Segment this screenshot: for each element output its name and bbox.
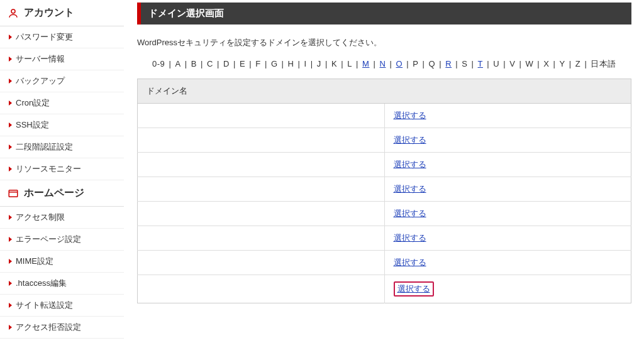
sidebar: アカウントパスワード変更サーバー情報バックアップCron設定SSH設定二段階認証… <box>0 0 125 343</box>
sidebar-item-label: パスワード変更 <box>16 31 73 43</box>
action-cell: 選択する <box>384 202 631 226</box>
alpha-index-item[interactable]: M <box>362 59 369 68</box>
sidebar-item-label: エラーページ設定 <box>16 234 81 245</box>
separator: | <box>483 59 493 68</box>
separator: | <box>352 59 362 68</box>
alpha-index-item: W <box>525 59 533 68</box>
sidebar-item[interactable]: パスワード変更 <box>0 26 124 48</box>
domain-table: ドメイン名 選択する選択する選択する選択する選択する選択する選択する選択する <box>137 79 631 303</box>
separator: | <box>181 59 191 68</box>
sidebar-item-label: サイト転送設定 <box>16 300 73 311</box>
sidebar-item[interactable]: サイト転送設定 <box>0 295 124 317</box>
separator: | <box>261 59 271 68</box>
sidebar-item-label: .htaccess編集 <box>16 278 67 289</box>
table-row: 選択する <box>138 104 631 128</box>
action-cell: 選択する <box>384 153 631 177</box>
select-link[interactable]: 選択する <box>394 258 426 267</box>
table-row: 選択する <box>138 226 631 251</box>
sidebar-item-label: リソースモニター <box>16 163 81 175</box>
separator: | <box>467 59 477 68</box>
homepage-icon <box>8 188 19 199</box>
sidebar-item[interactable]: SSH設定 <box>0 114 124 136</box>
highlight-box: 選択する <box>394 281 434 297</box>
sidebar-item-label: Cron設定 <box>16 97 50 109</box>
alpha-index-item: G <box>271 59 278 68</box>
separator: | <box>245 59 255 68</box>
separator: | <box>533 59 543 68</box>
select-link[interactable]: 選択する <box>394 209 426 218</box>
sidebar-item[interactable]: MIME設定 <box>0 251 124 273</box>
alpha-index-item: Q <box>429 59 436 68</box>
sidebar-section-account: アカウント <box>0 0 124 26</box>
alpha-index-item[interactable]: N <box>380 59 386 68</box>
sidebar-item[interactable]: サーバー情報 <box>0 48 124 70</box>
alpha-index-item: A <box>175 59 180 68</box>
sidebar-section-homepage: ホームページ <box>0 180 124 207</box>
sidebar-item[interactable]: バックアップ <box>0 70 124 92</box>
select-link[interactable]: 選択する <box>394 160 426 169</box>
chevron-right-icon <box>9 237 12 242</box>
alpha-index-item: D <box>223 59 230 68</box>
separator: | <box>515 59 525 68</box>
separator: | <box>580 59 591 68</box>
sidebar-item[interactable]: アクセス制限 <box>0 207 124 229</box>
sidebar-item[interactable]: 簡単インストール <box>0 339 124 343</box>
action-cell: 選択する <box>384 275 631 303</box>
sidebar-item[interactable]: リソースモニター <box>0 158 124 180</box>
chevron-right-icon <box>9 166 12 172</box>
table-row: 選択する <box>138 275 631 303</box>
action-cell: 選択する <box>384 251 631 275</box>
sidebar-item-label: バックアップ <box>16 75 65 87</box>
table-row: 選択する <box>138 177 631 202</box>
separator: | <box>278 59 288 68</box>
sidebar-item[interactable]: Cron設定 <box>0 92 124 114</box>
select-link[interactable]: 選択する <box>394 135 426 144</box>
alpha-index-item: V <box>509 59 515 68</box>
chevron-right-icon <box>9 281 12 286</box>
main-content: ドメイン選択画面 WordPressセキュリティを設定するドメインを選択してくだ… <box>125 0 644 343</box>
chevron-right-icon <box>9 57 12 62</box>
svg-point-0 <box>11 9 15 13</box>
separator: | <box>321 59 331 68</box>
chevron-right-icon <box>9 79 12 84</box>
separator: | <box>294 59 304 68</box>
domain-name-cell <box>138 128 385 153</box>
alpha-index-item[interactable]: O <box>396 59 403 68</box>
alpha-index-item: J <box>317 59 321 68</box>
separator: | <box>402 59 413 68</box>
page-title: ドメイン選択画面 <box>137 3 631 24</box>
separator: | <box>452 59 462 68</box>
separator: | <box>435 59 445 68</box>
chevron-right-icon <box>9 259 12 264</box>
sidebar-section-title: ホームページ <box>24 187 84 200</box>
alpha-index: 0-9 | A | B | C | D | E | F | G | H | I … <box>137 58 631 70</box>
alpha-index-item: E <box>240 59 245 68</box>
sidebar-item-label: 二段階認証設定 <box>16 141 73 153</box>
separator: | <box>418 59 428 68</box>
select-link[interactable]: 選択する <box>394 111 426 120</box>
domain-name-cell <box>138 202 385 226</box>
chevron-right-icon <box>9 35 12 40</box>
sidebar-item-label: MIME設定 <box>16 256 53 267</box>
select-link[interactable]: 選択する <box>394 184 426 193</box>
alpha-index-item: B <box>191 59 197 68</box>
sidebar-item[interactable]: アクセス拒否設定 <box>0 317 124 339</box>
separator: | <box>499 59 509 68</box>
sidebar-item-label: サーバー情報 <box>16 53 65 65</box>
alpha-index-item: C <box>207 59 213 68</box>
alpha-index-item[interactable]: T <box>478 59 483 68</box>
select-link[interactable]: 選択する <box>394 233 426 242</box>
separator: | <box>165 59 175 68</box>
sidebar-item[interactable]: 二段階認証設定 <box>0 136 124 158</box>
domain-name-cell <box>138 251 385 275</box>
separator: | <box>565 59 575 68</box>
table-row: 選択する <box>138 251 631 275</box>
separator: | <box>337 59 347 68</box>
action-cell: 選択する <box>384 177 631 202</box>
sidebar-item[interactable]: .htaccess編集 <box>0 273 124 295</box>
sidebar-item[interactable]: エラーページ設定 <box>0 229 124 251</box>
select-link[interactable]: 選択する <box>397 284 430 293</box>
separator: | <box>213 59 223 68</box>
table-row: 選択する <box>138 153 631 177</box>
alpha-index-item[interactable]: R <box>445 59 452 68</box>
